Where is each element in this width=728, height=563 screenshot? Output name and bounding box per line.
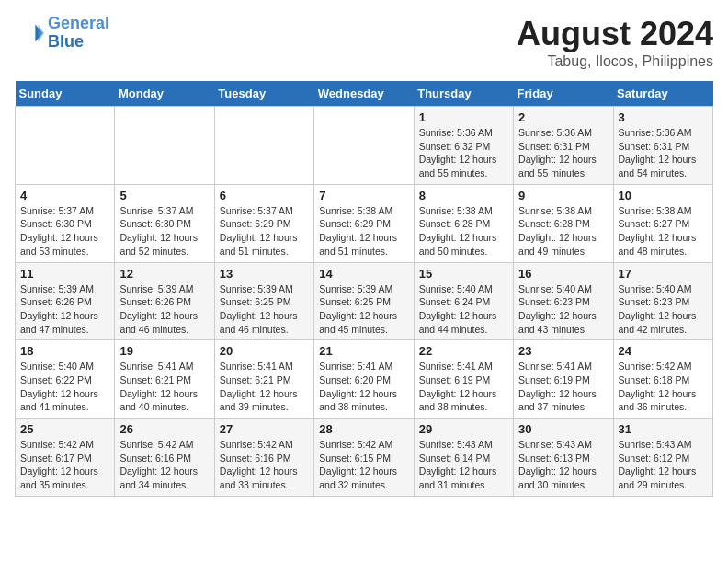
logo-line2: Blue: [48, 32, 84, 51]
calendar-cell: [115, 107, 214, 185]
cell-info: Sunrise: 5:37 AM Sunset: 6:30 PM Dayligh…: [119, 204, 209, 259]
calendar-cell: [214, 107, 313, 185]
cell-info: Sunrise: 5:39 AM Sunset: 6:25 PM Dayligh…: [220, 282, 309, 337]
weekday-header-sunday: Sunday: [16, 81, 115, 107]
cell-info: Sunrise: 5:39 AM Sunset: 6:26 PM Dayligh…: [119, 282, 209, 337]
calendar-week-row: 18Sunrise: 5:40 AM Sunset: 6:22 PM Dayli…: [16, 340, 713, 419]
calendar-cell: 29Sunrise: 5:43 AM Sunset: 6:14 PM Dayli…: [414, 419, 513, 497]
cell-info: Sunrise: 5:36 AM Sunset: 6:32 PM Dayligh…: [419, 126, 508, 180]
calendar-week-row: 25Sunrise: 5:42 AM Sunset: 6:17 PM Dayli…: [16, 419, 713, 497]
calendar-cell: 21Sunrise: 5:41 AM Sunset: 6:20 PM Dayli…: [314, 340, 414, 419]
day-number: 25: [20, 422, 109, 436]
calendar-cell: 23Sunrise: 5:41 AM Sunset: 6:19 PM Dayli…: [514, 340, 613, 419]
cell-info: Sunrise: 5:40 AM Sunset: 6:23 PM Dayligh…: [619, 282, 708, 337]
cell-info: Sunrise: 5:38 AM Sunset: 6:28 PM Dayligh…: [419, 204, 508, 259]
calendar-cell: 19Sunrise: 5:41 AM Sunset: 6:21 PM Dayli…: [115, 340, 214, 419]
calendar-subtitle: Tabug, Ilocos, Philippines: [517, 53, 713, 70]
svg-marker-1: [39, 24, 44, 41]
calendar-cell: [16, 107, 115, 185]
cell-info: Sunrise: 5:38 AM Sunset: 6:28 PM Dayligh…: [518, 204, 608, 259]
weekday-header-wednesday: Wednesday: [314, 81, 414, 107]
calendar-week-row: 4Sunrise: 5:37 AM Sunset: 6:30 PM Daylig…: [16, 184, 713, 262]
cell-info: Sunrise: 5:38 AM Sunset: 6:29 PM Dayligh…: [319, 204, 408, 259]
cell-info: Sunrise: 5:38 AM Sunset: 6:27 PM Dayligh…: [619, 204, 708, 259]
day-number: 19: [119, 344, 209, 358]
calendar-cell: 20Sunrise: 5:41 AM Sunset: 6:21 PM Dayli…: [214, 340, 313, 419]
calendar-cell: 13Sunrise: 5:39 AM Sunset: 6:25 PM Dayli…: [214, 262, 313, 340]
cell-info: Sunrise: 5:41 AM Sunset: 6:21 PM Dayligh…: [119, 360, 209, 414]
day-number: 20: [220, 344, 309, 358]
cell-info: Sunrise: 5:40 AM Sunset: 6:23 PM Dayligh…: [518, 282, 608, 337]
logo-text: General Blue: [48, 15, 109, 52]
calendar-cell: 15Sunrise: 5:40 AM Sunset: 6:24 PM Dayli…: [414, 262, 513, 340]
day-number: 29: [419, 422, 508, 436]
page-header: General Blue August 2024 Tabug, Ilocos, …: [15, 15, 713, 70]
cell-info: Sunrise: 5:36 AM Sunset: 6:31 PM Dayligh…: [619, 126, 708, 180]
cell-info: Sunrise: 5:37 AM Sunset: 6:30 PM Dayligh…: [20, 204, 109, 259]
calendar-cell: 30Sunrise: 5:43 AM Sunset: 6:13 PM Dayli…: [514, 419, 613, 497]
day-number: 8: [419, 189, 508, 202]
cell-info: Sunrise: 5:43 AM Sunset: 6:14 PM Dayligh…: [419, 438, 508, 492]
calendar-cell: [314, 107, 414, 185]
cell-info: Sunrise: 5:41 AM Sunset: 6:20 PM Dayligh…: [319, 360, 408, 414]
day-number: 15: [419, 267, 508, 281]
calendar-week-row: 1Sunrise: 5:36 AM Sunset: 6:32 PM Daylig…: [16, 107, 713, 185]
weekday-header-saturday: Saturday: [613, 81, 712, 107]
cell-info: Sunrise: 5:42 AM Sunset: 6:16 PM Dayligh…: [119, 438, 209, 492]
cell-info: Sunrise: 5:43 AM Sunset: 6:13 PM Dayligh…: [518, 438, 608, 492]
weekday-header-row: SundayMondayTuesdayWednesdayThursdayFrid…: [16, 81, 713, 107]
calendar-cell: 1Sunrise: 5:36 AM Sunset: 6:32 PM Daylig…: [414, 107, 513, 185]
cell-info: Sunrise: 5:37 AM Sunset: 6:29 PM Dayligh…: [220, 204, 309, 259]
cell-info: Sunrise: 5:40 AM Sunset: 6:22 PM Dayligh…: [20, 360, 109, 414]
day-number: 30: [518, 422, 608, 436]
calendar-cell: 27Sunrise: 5:42 AM Sunset: 6:16 PM Dayli…: [214, 419, 313, 497]
day-number: 1: [419, 110, 508, 124]
calendar-cell: 26Sunrise: 5:42 AM Sunset: 6:16 PM Dayli…: [115, 419, 214, 497]
calendar-cell: 14Sunrise: 5:39 AM Sunset: 6:25 PM Dayli…: [314, 262, 414, 340]
day-number: 5: [119, 189, 209, 202]
weekday-header-monday: Monday: [115, 81, 214, 107]
cell-info: Sunrise: 5:41 AM Sunset: 6:19 PM Dayligh…: [419, 360, 508, 414]
day-number: 14: [319, 267, 408, 281]
cell-info: Sunrise: 5:36 AM Sunset: 6:31 PM Dayligh…: [518, 126, 608, 180]
calendar-cell: 24Sunrise: 5:42 AM Sunset: 6:18 PM Dayli…: [613, 340, 712, 419]
calendar-cell: 10Sunrise: 5:38 AM Sunset: 6:27 PM Dayli…: [613, 184, 712, 262]
calendar-cell: 4Sunrise: 5:37 AM Sunset: 6:30 PM Daylig…: [16, 184, 115, 262]
day-number: 6: [220, 189, 309, 202]
calendar-cell: 9Sunrise: 5:38 AM Sunset: 6:28 PM Daylig…: [514, 184, 613, 262]
calendar-title: August 2024: [517, 15, 713, 53]
logo-line1: General: [48, 14, 109, 32]
cell-info: Sunrise: 5:39 AM Sunset: 6:25 PM Dayligh…: [319, 282, 408, 337]
day-number: 24: [619, 344, 708, 358]
calendar-cell: 5Sunrise: 5:37 AM Sunset: 6:30 PM Daylig…: [115, 184, 214, 262]
day-number: 21: [319, 344, 408, 358]
cell-info: Sunrise: 5:41 AM Sunset: 6:21 PM Dayligh…: [220, 360, 309, 414]
weekday-header-thursday: Thursday: [414, 81, 513, 107]
day-number: 12: [119, 267, 209, 281]
calendar-cell: 8Sunrise: 5:38 AM Sunset: 6:28 PM Daylig…: [414, 184, 513, 262]
day-number: 16: [518, 267, 608, 281]
cell-info: Sunrise: 5:42 AM Sunset: 6:18 PM Dayligh…: [619, 360, 708, 414]
day-number: 7: [319, 189, 408, 202]
day-number: 11: [20, 267, 109, 281]
calendar-cell: 2Sunrise: 5:36 AM Sunset: 6:31 PM Daylig…: [514, 107, 613, 185]
calendar-cell: 7Sunrise: 5:38 AM Sunset: 6:29 PM Daylig…: [314, 184, 414, 262]
calendar-cell: 25Sunrise: 5:42 AM Sunset: 6:17 PM Dayli…: [16, 419, 115, 497]
weekday-header-friday: Friday: [514, 81, 613, 107]
day-number: 26: [119, 422, 209, 436]
calendar-cell: 17Sunrise: 5:40 AM Sunset: 6:23 PM Dayli…: [613, 262, 712, 340]
cell-info: Sunrise: 5:41 AM Sunset: 6:19 PM Dayligh…: [518, 360, 608, 414]
cell-info: Sunrise: 5:42 AM Sunset: 6:17 PM Dayligh…: [20, 438, 109, 492]
calendar-cell: 3Sunrise: 5:36 AM Sunset: 6:31 PM Daylig…: [613, 107, 712, 185]
calendar-cell: 22Sunrise: 5:41 AM Sunset: 6:19 PM Dayli…: [414, 340, 513, 419]
day-number: 3: [619, 110, 708, 124]
cell-info: Sunrise: 5:40 AM Sunset: 6:24 PM Dayligh…: [419, 282, 508, 337]
day-number: 13: [220, 267, 309, 281]
day-number: 2: [518, 110, 608, 124]
logo: General Blue: [15, 15, 109, 52]
day-number: 4: [20, 189, 109, 202]
day-number: 28: [319, 422, 408, 436]
day-number: 27: [220, 422, 309, 436]
day-number: 17: [619, 267, 708, 281]
logo-icon: [15, 18, 44, 48]
